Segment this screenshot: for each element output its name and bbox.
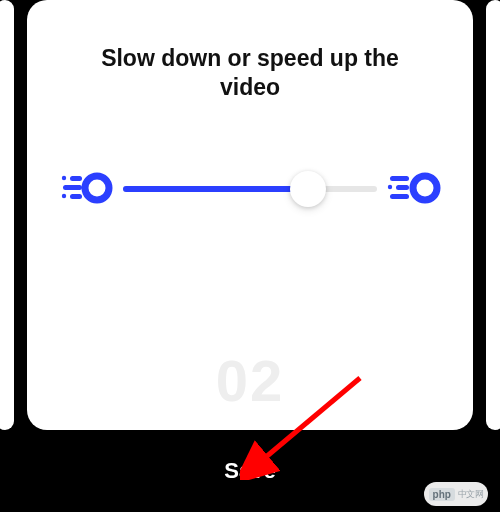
card-title: Slow down or speed up the video (90, 44, 410, 103)
svg-rect-7 (390, 176, 409, 181)
svg-point-0 (85, 176, 109, 200)
svg-rect-2 (63, 185, 82, 190)
onboarding-card: Slow down or speed up the video (27, 0, 473, 430)
svg-rect-1 (70, 176, 82, 181)
step-number: 02 (27, 347, 473, 414)
svg-point-5 (62, 194, 66, 198)
svg-point-10 (388, 185, 392, 189)
adjacent-card-right (486, 0, 500, 430)
svg-rect-8 (396, 185, 409, 190)
svg-rect-3 (70, 194, 82, 199)
speed-slider[interactable] (123, 186, 377, 192)
watermark-suffix: 中文网 (458, 488, 484, 501)
watermark-badge: php 中文网 (424, 482, 488, 506)
speed-slider-area (27, 158, 473, 238)
fast-speed-icon (387, 168, 441, 208)
svg-point-4 (62, 176, 66, 180)
slider-fill (123, 186, 308, 192)
svg-point-6 (413, 176, 437, 200)
save-button[interactable]: Save (224, 458, 275, 484)
adjacent-card-left (0, 0, 14, 430)
slow-speed-icon (59, 168, 113, 208)
slider-thumb[interactable] (290, 171, 326, 207)
svg-rect-9 (390, 194, 409, 199)
watermark-brand: php (429, 488, 455, 501)
